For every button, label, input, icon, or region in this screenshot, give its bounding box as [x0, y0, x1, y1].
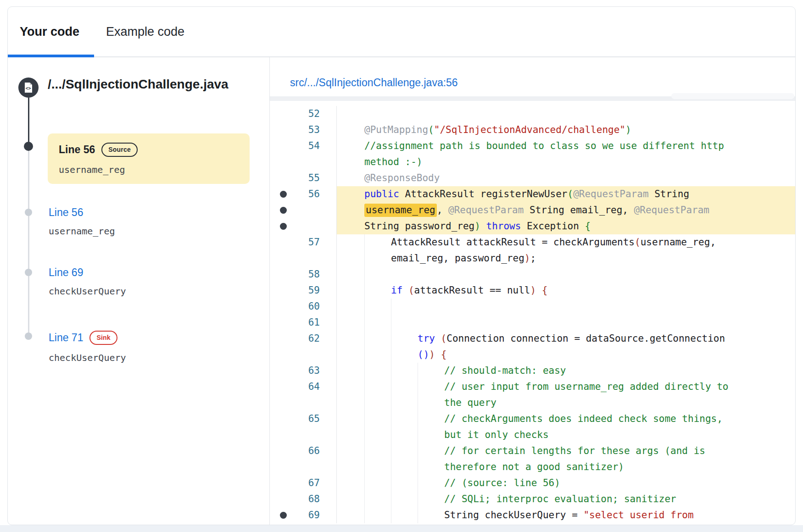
- code-text: [337, 315, 795, 331]
- indent-guide: [418, 379, 418, 395]
- code-line-row: the query: [270, 395, 795, 411]
- line-number: 57: [308, 237, 320, 248]
- line-number-gutter: [270, 202, 337, 218]
- line-number-gutter: 60: [270, 299, 337, 315]
- code-token: (: [441, 333, 447, 344]
- flow-dot-1: [24, 142, 33, 151]
- code-token: @RequestParam: [634, 205, 709, 216]
- code-token: String checkUserQuery =: [444, 510, 583, 521]
- line-number-gutter: 53: [270, 122, 337, 138]
- line-number: 69: [308, 510, 320, 521]
- code-token: therefore not a good sanitizer): [444, 461, 624, 472]
- code-token: ): [625, 124, 631, 135]
- indent-guide: [364, 266, 365, 283]
- code-line-row: 55@ResponseBody: [270, 170, 795, 186]
- step-symbol: username_reg: [59, 164, 239, 175]
- indent-guide: [364, 331, 365, 347]
- code-text: // checkArguments does indeed check some…: [337, 411, 795, 427]
- source-badge: Source: [101, 143, 138, 157]
- indent-guide: [364, 395, 365, 411]
- file-path-link[interactable]: src/.../SqlInjectionChallenge.java:56: [290, 77, 458, 89]
- flow-step-1[interactable]: Line 56Sourceusername_reg: [48, 133, 250, 184]
- code-text: // should-match: easy: [337, 363, 795, 379]
- line-number: 65: [308, 413, 320, 424]
- code-line-row: 60: [270, 299, 795, 315]
- code-token: ;: [530, 253, 536, 264]
- code-text: [337, 299, 795, 315]
- code-line-row: therefore not a good sanitizer): [270, 459, 795, 475]
- line-number: 68: [308, 493, 320, 504]
- step-line-label[interactable]: Line 69: [49, 267, 83, 278]
- code-token: try: [418, 333, 435, 344]
- indent-guide: [391, 411, 391, 427]
- code-token: if: [391, 285, 402, 296]
- indent-guide: [364, 283, 365, 299]
- flow-marker-dot: [280, 191, 287, 198]
- flow-step-3[interactable]: Line 69checkUserQuery: [49, 267, 246, 297]
- code-token: the query: [444, 397, 496, 408]
- flow-dot-3: [25, 269, 32, 276]
- code-flow-panel: Your codeExample code <> /.../SqlInjecti…: [7, 6, 796, 525]
- flow-dot-4: [25, 332, 32, 340]
- line-number-gutter: 63: [270, 363, 337, 379]
- line-number-gutter: 62: [270, 331, 337, 347]
- code-token: ): [429, 349, 435, 360]
- indent-guide: [391, 475, 391, 491]
- code-token: String email_reg,: [524, 205, 634, 216]
- highlighted-token: username_reg: [364, 204, 437, 217]
- code-text: // user input from username_reg added di…: [337, 379, 795, 395]
- flow-marker-dot: [280, 223, 287, 230]
- code-token: @ResponseBody: [364, 172, 440, 183]
- code-token: ): [524, 253, 530, 264]
- code-token: (: [408, 285, 414, 296]
- indent-guide: [364, 475, 365, 491]
- code-line-row: but it only checks: [270, 427, 795, 443]
- flow-step-4[interactable]: Line 71SinkcheckUserQuery: [49, 331, 246, 363]
- code-text: therefore not a good sanitizer): [337, 459, 795, 475]
- code-token: @RequestParam: [448, 205, 524, 216]
- code-token: AttackResult attackResult = checkArgumen…: [391, 237, 635, 248]
- scrollbar-thumb[interactable]: [671, 93, 794, 99]
- code-text: @ResponseBody: [337, 170, 795, 186]
- code-line-row: 61: [270, 315, 795, 331]
- code-text: try (Connection connection = dataSource.…: [337, 331, 795, 347]
- indent-guide: [364, 363, 365, 379]
- line-number-gutter: [270, 154, 337, 170]
- code-token: // SQLi; interproc evaluation; sanitizer: [444, 493, 676, 504]
- indent-guide: [391, 363, 391, 379]
- line-number-gutter: 59: [270, 283, 337, 299]
- flow-step-2[interactable]: Line 56username_reg: [49, 207, 246, 237]
- code-token: // (source: line 56): [444, 477, 560, 488]
- line-number-gutter: 52: [270, 106, 337, 122]
- code-token: ,: [437, 205, 448, 216]
- line-number: 56: [308, 188, 320, 200]
- line-number: 62: [308, 333, 320, 344]
- indent-guide: [418, 475, 418, 491]
- line-number-gutter: 56: [270, 186, 337, 202]
- timeline-segment-dark: [28, 98, 29, 146]
- scrollbar-track[interactable]: [270, 96, 795, 101]
- code-token: [480, 221, 486, 232]
- code-text: username_reg, @RequestParam String email…: [337, 202, 795, 218]
- indent-guide: [418, 491, 418, 507]
- code-token: ): [424, 349, 429, 360]
- code-text: [337, 106, 795, 122]
- step-line-label[interactable]: Line 71: [49, 332, 83, 344]
- indent-guide: [391, 427, 391, 443]
- step-symbol: checkUserQuery: [49, 286, 246, 297]
- content-row: <> /.../SqlInjectionChallenge.java Line …: [8, 57, 795, 525]
- indent-guide: [391, 507, 391, 523]
- code-token: but it only checks: [444, 429, 549, 440]
- code-token: String password_reg: [364, 221, 474, 232]
- code-lines: 52 53@PutMapping("/SqlInjectionAdvanced/…: [270, 106, 795, 525]
- line-number-gutter: [270, 218, 337, 234]
- tab-example-code[interactable]: Example code: [94, 7, 199, 56]
- code-panel: src/.../SqlInjectionChallenge.java:56 52…: [269, 57, 795, 525]
- tab-your-code[interactable]: Your code: [8, 7, 94, 56]
- line-number-gutter: 58: [270, 266, 337, 283]
- code-token: attackResult == null: [414, 285, 530, 296]
- line-number-gutter: 67: [270, 475, 337, 491]
- code-token: AttackResult registerNewUser: [399, 188, 568, 200]
- step-line-label[interactable]: Line 56: [49, 207, 83, 218]
- code-token: [435, 349, 441, 360]
